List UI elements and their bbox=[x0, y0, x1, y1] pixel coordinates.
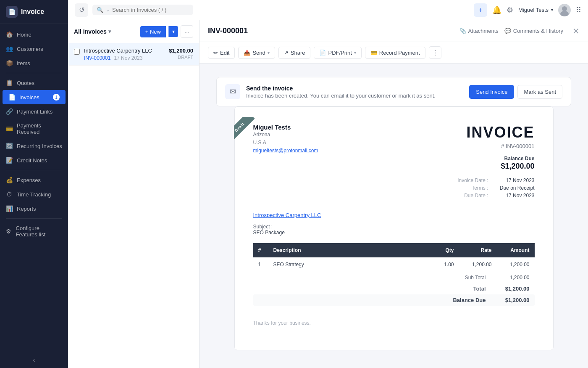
invoice-date-row: Invoice Date : 17 Nov 2023 bbox=[446, 177, 535, 183]
subject-label: Subject : bbox=[253, 224, 273, 230]
sidebar-item-credit-notes[interactable]: 📝 Credit Notes bbox=[0, 153, 68, 167]
list-title: All Invoices ▾ bbox=[74, 28, 111, 35]
close-button[interactable]: ✕ bbox=[572, 26, 580, 36]
pdf-print-button[interactable]: 📄 PDF/Print ▾ bbox=[314, 47, 361, 59]
sidebar-item-label: Payments Received bbox=[17, 122, 62, 135]
svg-point-1 bbox=[560, 11, 569, 16]
toolbar-more-button[interactable]: ⋮ bbox=[429, 46, 441, 59]
sidebar-divider-3 bbox=[6, 218, 62, 219]
sidebar-item-reports[interactable]: 📊 Reports bbox=[0, 201, 68, 216]
list-item-amount: $1,200.00 bbox=[169, 48, 193, 54]
send-banner-description: Invoice has been created. You can email … bbox=[246, 93, 436, 99]
invoice-bill-to: Introspective Carpentry LLC bbox=[253, 211, 535, 219]
terms-row: Terms : Due on Receipt bbox=[446, 185, 535, 191]
list-title-arrow-icon: ▾ bbox=[108, 29, 111, 34]
line-rate: 1,200.00 bbox=[459, 257, 497, 272]
invoice-title-block: INVOICE # INV-000001 Balance Due $1,200.… bbox=[446, 124, 535, 199]
detail-header-actions: 📎 Attachments 💬 Comments & History ✕ bbox=[459, 26, 580, 36]
sidebar-item-label: Credit Notes bbox=[17, 157, 47, 164]
logo-icon: 📄 bbox=[6, 6, 18, 18]
send-banner-actions: Send Invoice Mark as Sent bbox=[469, 85, 562, 99]
bill-to-link[interactable]: Introspective Carpentry LLC bbox=[253, 212, 321, 218]
new-button-dropdown[interactable]: ▾ bbox=[168, 26, 178, 37]
add-button[interactable]: + bbox=[474, 3, 487, 17]
edit-icon: ✏ bbox=[213, 50, 218, 56]
quotes-icon: 📋 bbox=[6, 79, 13, 86]
list-item[interactable]: Introspective Carpentry LLC INV-000001 1… bbox=[68, 43, 199, 66]
list-item-info: Introspective Carpentry LLC INV-000001 1… bbox=[84, 48, 165, 61]
send-button[interactable]: 📤 Send ▾ bbox=[238, 47, 275, 59]
search-input[interactable] bbox=[112, 7, 179, 13]
sidebar-item-label: Quotes bbox=[17, 80, 34, 86]
due-date-val: 17 Nov 2023 bbox=[497, 193, 535, 199]
send-banner-text: Send the invoice Invoice has been create… bbox=[246, 85, 436, 99]
apps-grid-icon[interactable]: ⠿ bbox=[576, 5, 581, 15]
col-qty-header: Qty bbox=[425, 243, 459, 257]
balance-due-label: Balance Due bbox=[504, 156, 534, 161]
bell-icon[interactable]: 🔔 bbox=[492, 5, 501, 15]
credit-notes-icon: 📝 bbox=[6, 157, 13, 164]
sidebar-item-home[interactable]: 🏠 Home bbox=[0, 27, 68, 42]
sidebar-item-time-tracking[interactable]: ⏱ Time Tracking bbox=[0, 187, 68, 201]
settings-icon[interactable]: ⚙ bbox=[507, 5, 513, 15]
balance-label: Balance Due bbox=[446, 297, 496, 303]
new-button[interactable]: + New bbox=[140, 26, 166, 37]
list-item-right: $1,200.00 DRAFT bbox=[169, 48, 193, 60]
invoice-title: INV-000001 bbox=[208, 26, 248, 35]
expenses-icon: 💰 bbox=[6, 177, 13, 183]
from-line2: U.S.A bbox=[253, 140, 266, 146]
user-avatar[interactable] bbox=[558, 4, 571, 16]
list-item-checkbox[interactable] bbox=[74, 49, 80, 55]
list-title-text: All Invoices bbox=[74, 28, 107, 35]
sidebar-item-payment-links[interactable]: 🔗 Payment Links bbox=[0, 104, 68, 119]
invoice-heading: INVOICE bbox=[446, 124, 535, 141]
attachments-button[interactable]: 📎 Attachments bbox=[459, 28, 499, 34]
content-body: All Invoices ▾ + New ▾ ··· Introspective… bbox=[68, 20, 588, 368]
edit-button[interactable]: ✏ Edit bbox=[208, 47, 235, 59]
sidebar-item-configure[interactable]: ⚙ Configure Features list bbox=[0, 221, 68, 241]
send-invoice-button[interactable]: Send Invoice bbox=[469, 85, 514, 99]
sidebar-item-invoices[interactable]: 📄 Invoices 1 bbox=[3, 90, 66, 104]
refresh-button[interactable]: ↺ bbox=[75, 3, 88, 17]
sidebar-item-quotes[interactable]: 📋 Quotes bbox=[0, 76, 68, 90]
pdf-arrow-icon: ▾ bbox=[354, 50, 356, 55]
subject-val: SEO Package bbox=[253, 230, 285, 236]
time-tracking-icon: ⏱ bbox=[6, 191, 13, 198]
more-options-button[interactable]: ··· bbox=[181, 25, 193, 38]
record-payment-label: Record Payment bbox=[379, 50, 420, 56]
footer-text: Thanks for your business. bbox=[253, 320, 311, 326]
sidebar-item-label: Recurring Invoices bbox=[17, 143, 62, 149]
invoice-number: # INV-000001 bbox=[446, 143, 535, 149]
invoice-date-label: Invoice Date : bbox=[446, 177, 488, 183]
record-payment-button[interactable]: 💳 Record Payment bbox=[365, 47, 425, 59]
from-name: Miguel Tests bbox=[253, 124, 318, 131]
recurring-icon: 🔄 bbox=[6, 143, 13, 149]
attachments-label: Attachments bbox=[468, 28, 499, 34]
sidebar-item-customers[interactable]: 👥 Customers bbox=[0, 42, 68, 56]
attachment-icon: 📎 bbox=[459, 28, 466, 34]
topbar: ↺ 🔍 ⌄ + 🔔 ⚙ Miguel Tests ▾ ⠿ bbox=[68, 0, 588, 20]
share-icon: ↗ bbox=[284, 50, 289, 56]
pdf-label: PDF/Print bbox=[328, 50, 352, 56]
invoice-date-val: 17 Nov 2023 bbox=[497, 177, 535, 183]
search-bar[interactable]: 🔍 ⌄ bbox=[92, 5, 193, 15]
invoice-list: Introspective Carpentry LLC INV-000001 1… bbox=[68, 43, 199, 368]
collapse-icon: ‹ bbox=[33, 356, 35, 364]
due-date-label: Due Date : bbox=[446, 193, 488, 199]
invoices-badge: 1 bbox=[53, 94, 60, 101]
user-menu[interactable]: Miguel Tests ▾ bbox=[518, 7, 553, 13]
sidebar-item-items[interactable]: 📦 Items bbox=[0, 56, 68, 70]
sidebar-item-expenses[interactable]: 💰 Expenses bbox=[0, 173, 68, 187]
mark-as-sent-button[interactable]: Mark as Sent bbox=[517, 85, 562, 99]
sidebar-item-payments-received[interactable]: 💳 Payments Received bbox=[0, 119, 68, 139]
sidebar-collapse-button[interactable]: ‹ bbox=[0, 352, 68, 368]
list-item-sub: INV-000001 17 Nov 2023 bbox=[84, 55, 165, 61]
share-label: Share bbox=[291, 50, 305, 56]
share-button[interactable]: ↗ Share bbox=[278, 47, 311, 59]
invoice-doc-container: ✉ Send the invoice Invoice has been crea… bbox=[200, 64, 588, 368]
invoice-top-row: Miguel Tests Arizona U.S.A migueltests@p… bbox=[253, 124, 535, 199]
list-item-date: 17 Nov 2023 bbox=[114, 55, 142, 61]
comments-button[interactable]: 💬 Comments & History bbox=[504, 28, 563, 34]
send-banner-title: Send the invoice bbox=[246, 85, 436, 92]
sidebar-item-recurring-invoices[interactable]: 🔄 Recurring Invoices bbox=[0, 139, 68, 153]
